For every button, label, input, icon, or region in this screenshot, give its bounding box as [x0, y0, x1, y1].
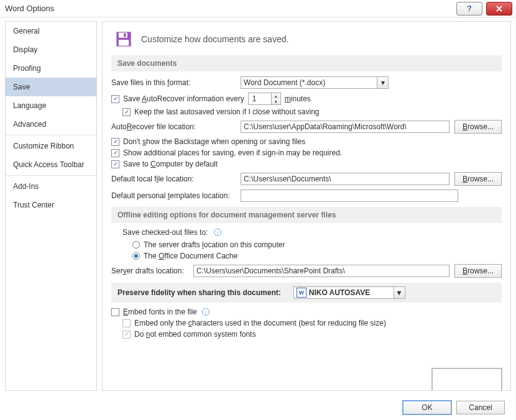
embed-common-label: Do not embed common system fonts: [134, 330, 256, 339]
section-preserve: Preserve fidelity when sharing this docu…: [111, 283, 502, 303]
window-title: Word Options: [5, 4, 54, 13]
svg-rect-2: [124, 34, 126, 37]
ar-loc-browse-button[interactable]: BBrowse...rowse...: [454, 120, 502, 134]
title-bar: Word Options ?: [0, 0, 516, 17]
dialog-footer: OK Cancel: [0, 395, 516, 420]
cancel-button[interactable]: Cancel: [456, 401, 505, 414]
autorecover-label: Save AutoRecover information every: [123, 94, 244, 103]
chevron-down-icon: ▾: [377, 77, 388, 88]
default-local-label: Default local file location:: [111, 175, 236, 183]
embed-fonts-label: Embed fonts in the file: [123, 308, 197, 316]
keep-last-label: Keep the last autosaved version if I clo…: [134, 107, 320, 116]
sidebar-item-proofing[interactable]: Proofing: [6, 59, 96, 78]
office-cache-label: The Office Document Cache: [144, 252, 237, 260]
sidebar: General Display Proofing Save Language A…: [5, 21, 97, 391]
sidebar-item-trust-center[interactable]: Trust Center: [6, 196, 96, 214]
spinner-down-icon[interactable]: ▼: [272, 99, 280, 104]
server-drafts-loc-input[interactable]: [193, 265, 449, 277]
keep-last-checkbox[interactable]: [122, 108, 131, 116]
default-local-input[interactable]: [241, 173, 449, 185]
server-drafts-browse-button[interactable]: Browse...: [454, 264, 502, 278]
autorecover-minutes-spinner[interactable]: ▲▼: [248, 93, 281, 105]
chevron-down-icon: ▾: [394, 287, 405, 298]
section-offline: Offline editing options for document man…: [111, 207, 502, 223]
autorecover-minutes-input[interactable]: [249, 93, 271, 104]
server-drafts-loc-label: Server drafts location:: [111, 267, 188, 275]
embed-fonts-checkbox[interactable]: [111, 308, 119, 316]
info-icon[interactable]: i: [214, 229, 221, 236]
ok-button[interactable]: OK: [403, 401, 451, 414]
embed-chars-checkbox: [122, 319, 131, 327]
sidebar-item-advanced[interactable]: Advanced: [6, 115, 96, 134]
dont-show-backstage-label: Don't show the Backstage when opening or…: [123, 137, 305, 146]
main-panel: Customize how documents are saved. Save …: [102, 21, 511, 391]
info-icon[interactable]: i: [202, 308, 210, 316]
show-additional-checkbox[interactable]: [111, 149, 119, 157]
autorecover-checkbox[interactable]: [111, 95, 119, 103]
sidebar-item-language[interactable]: Language: [6, 96, 96, 115]
server-drafts-radio[interactable]: [132, 241, 140, 249]
save-to-computer-label: Save to Computer by default: [123, 160, 218, 168]
save-to-computer-checkbox[interactable]: [111, 160, 119, 168]
section-save-documents: Save documents: [111, 55, 502, 71]
preserve-document-dropdown[interactable]: W NIKO AUTOSAVE ▾: [293, 286, 405, 299]
sidebar-item-quick-access[interactable]: Quick Access Toolbar: [6, 155, 96, 174]
sidebar-item-display[interactable]: Display: [6, 40, 96, 59]
save-hero-icon: [115, 30, 132, 48]
sidebar-item-save[interactable]: Save: [6, 78, 96, 96]
sidebar-item-addins[interactable]: Add-Ins: [6, 177, 96, 196]
close-icon: [495, 5, 503, 12]
close-button[interactable]: [486, 2, 512, 16]
hero-text: Customize how documents are saved.: [141, 34, 288, 44]
sidebar-item-general[interactable]: General: [6, 22, 96, 40]
embed-chars-label: Embed only the characters used in the do…: [134, 319, 386, 327]
save-checked-out-label: Save checked-out files to:: [122, 228, 208, 237]
format-dropdown[interactable]: Word Document (*.docx) ▾: [241, 76, 389, 89]
minutes-label: minutes: [285, 94, 311, 103]
format-value: Word Document (*.docx): [244, 78, 325, 87]
default-templates-label: Default personal templates location:: [111, 191, 236, 200]
spinner-up-icon[interactable]: ▲: [272, 93, 280, 99]
default-local-browse-button[interactable]: Browse...: [454, 172, 502, 186]
ar-loc-label: AutoRecover file location:: [111, 122, 236, 131]
preserve-document-value: NIKO AUTOSAVE: [309, 288, 370, 297]
default-templates-input[interactable]: [241, 189, 458, 202]
office-cache-radio[interactable]: [132, 252, 140, 260]
svg-rect-3: [119, 40, 129, 45]
help-button[interactable]: ?: [456, 2, 482, 16]
server-drafts-label: The server drafts location on this compu…: [144, 240, 285, 249]
format-label: Save files in this format:: [111, 78, 236, 87]
dont-show-backstage-checkbox[interactable]: [111, 138, 119, 146]
sidebar-item-customize-ribbon[interactable]: Customize Ribbon: [6, 137, 96, 155]
ar-loc-input[interactable]: [241, 121, 449, 133]
phantom-outline: [431, 368, 502, 390]
embed-common-checkbox: [122, 331, 131, 339]
word-doc-icon: W: [297, 288, 306, 298]
show-additional-label: Show additional places for saving, even …: [123, 148, 342, 157]
svg-rect-1: [119, 33, 127, 38]
